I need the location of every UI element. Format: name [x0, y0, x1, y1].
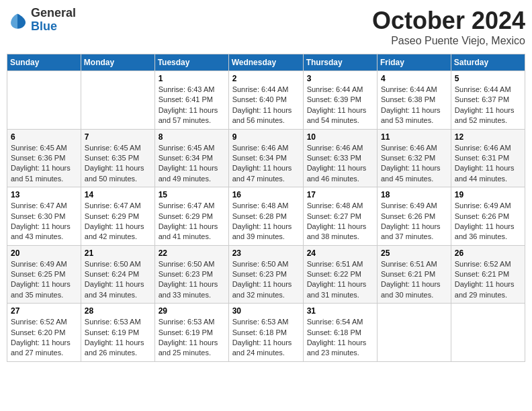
day-info: Sunrise: 6:43 AMSunset: 6:41 PMDaylight:… [159, 85, 225, 126]
day-info: Sunrise: 6:50 AMSunset: 6:23 PMDaylight:… [232, 259, 300, 301]
calendar-cell: 7Sunrise: 6:45 AMSunset: 6:35 PMDaylight… [81, 129, 154, 187]
calendar-table: SundayMondayTuesdayWednesdayThursdayFrid… [7, 54, 525, 362]
calendar-cell [81, 71, 154, 130]
day-number: 1 [159, 74, 225, 83]
logo-general: General [31, 6, 76, 19]
day-info: Sunrise: 6:51 AMSunset: 6:22 PMDaylight:… [307, 259, 373, 301]
day-number: 26 [455, 248, 521, 258]
calendar-cell: 8Sunrise: 6:45 AMSunset: 6:34 PMDaylight… [154, 129, 228, 187]
day-info: Sunrise: 6:52 AMSunset: 6:20 PMDaylight:… [11, 317, 77, 359]
day-number: 13 [11, 190, 77, 199]
logo-icon [7, 9, 28, 31]
calendar-cell: 1Sunrise: 6:43 AMSunset: 6:41 PMDaylight… [154, 71, 228, 130]
day-number: 10 [307, 132, 373, 142]
day-info: Sunrise: 6:45 AMSunset: 6:34 PMDaylight:… [159, 143, 225, 185]
day-number: 17 [307, 190, 373, 199]
day-number: 29 [159, 306, 225, 316]
day-number: 28 [85, 306, 151, 316]
day-info: Sunrise: 6:49 AMSunset: 6:25 PMDaylight:… [11, 259, 77, 301]
day-number: 24 [307, 248, 373, 258]
day-info: Sunrise: 6:47 AMSunset: 6:30 PMDaylight:… [11, 201, 77, 242]
day-number: 14 [85, 190, 151, 199]
calendar-cell: 9Sunrise: 6:46 AMSunset: 6:34 PMDaylight… [228, 129, 303, 187]
day-info: Sunrise: 6:46 AMSunset: 6:33 PMDaylight:… [307, 143, 373, 185]
day-number: 8 [159, 132, 225, 142]
calendar-cell: 27Sunrise: 6:52 AMSunset: 6:20 PMDayligh… [7, 304, 81, 362]
calendar-cell: 12Sunrise: 6:46 AMSunset: 6:31 PMDayligh… [451, 129, 525, 187]
day-number: 20 [11, 248, 77, 258]
day-info: Sunrise: 6:45 AMSunset: 6:35 PMDaylight:… [85, 143, 151, 185]
day-info: Sunrise: 6:54 AMSunset: 6:18 PMDaylight:… [307, 317, 373, 359]
day-number: 18 [381, 190, 447, 199]
day-number: 22 [159, 248, 225, 258]
day-info: Sunrise: 6:48 AMSunset: 6:28 PMDaylight:… [232, 201, 300, 242]
day-number: 6 [11, 132, 77, 142]
weekday-tuesday: Tuesday [154, 54, 228, 71]
day-info: Sunrise: 6:50 AMSunset: 6:24 PMDaylight:… [85, 259, 151, 301]
calendar-cell: 26Sunrise: 6:52 AMSunset: 6:21 PMDayligh… [451, 245, 525, 304]
calendar-cell: 28Sunrise: 6:53 AMSunset: 6:19 PMDayligh… [81, 304, 154, 362]
day-info: Sunrise: 6:47 AMSunset: 6:29 PMDaylight:… [159, 201, 225, 242]
day-info: Sunrise: 6:51 AMSunset: 6:21 PMDaylight:… [381, 259, 447, 301]
day-info: Sunrise: 6:52 AMSunset: 6:21 PMDaylight:… [455, 259, 521, 301]
day-number: 19 [455, 190, 521, 199]
calendar-cell: 3Sunrise: 6:44 AMSunset: 6:39 PMDaylight… [303, 71, 377, 130]
day-number: 30 [232, 306, 300, 316]
page-header: General Blue October 2024 Paseo Puente V… [7, 7, 525, 47]
calendar-cell: 24Sunrise: 6:51 AMSunset: 6:22 PMDayligh… [303, 245, 377, 304]
day-number: 25 [381, 248, 447, 258]
day-info: Sunrise: 6:44 AMSunset: 6:39 PMDaylight:… [307, 85, 373, 126]
weekday-wednesday: Wednesday [228, 54, 303, 71]
day-number: 11 [381, 132, 447, 142]
day-info: Sunrise: 6:44 AMSunset: 6:40 PMDaylight:… [232, 85, 300, 126]
calendar-cell [377, 304, 451, 362]
calendar-cell: 17Sunrise: 6:48 AMSunset: 6:27 PMDayligh… [303, 187, 377, 246]
calendar-cell: 25Sunrise: 6:51 AMSunset: 6:21 PMDayligh… [377, 245, 451, 304]
day-info: Sunrise: 6:47 AMSunset: 6:29 PMDaylight:… [85, 201, 151, 242]
calendar-cell: 19Sunrise: 6:49 AMSunset: 6:26 PMDayligh… [451, 187, 525, 246]
week-row-4: 20Sunrise: 6:49 AMSunset: 6:25 PMDayligh… [7, 245, 525, 304]
calendar-header: SundayMondayTuesdayWednesdayThursdayFrid… [7, 54, 525, 71]
calendar-cell: 11Sunrise: 6:46 AMSunset: 6:32 PMDayligh… [377, 129, 451, 187]
day-number: 9 [232, 132, 300, 142]
calendar-cell: 10Sunrise: 6:46 AMSunset: 6:33 PMDayligh… [303, 129, 377, 187]
logo-blue: Blue [31, 19, 57, 33]
day-number: 27 [11, 306, 77, 316]
weekday-sunday: Sunday [7, 54, 81, 71]
day-number: 16 [232, 190, 300, 199]
day-number: 5 [455, 74, 521, 83]
calendar-cell: 13Sunrise: 6:47 AMSunset: 6:30 PMDayligh… [7, 187, 81, 246]
day-info: Sunrise: 6:50 AMSunset: 6:23 PMDaylight:… [159, 259, 225, 301]
day-number: 3 [307, 74, 373, 83]
calendar-cell [451, 304, 525, 362]
day-info: Sunrise: 6:53 AMSunset: 6:18 PMDaylight:… [232, 317, 300, 359]
logo: General Blue [7, 7, 76, 34]
calendar-cell: 14Sunrise: 6:47 AMSunset: 6:29 PMDayligh… [81, 187, 154, 246]
title-section: October 2024 Paseo Puente Viejo, Mexico [372, 7, 525, 47]
day-number: 4 [381, 74, 447, 83]
week-row-3: 13Sunrise: 6:47 AMSunset: 6:30 PMDayligh… [7, 187, 525, 246]
calendar-cell: 20Sunrise: 6:49 AMSunset: 6:25 PMDayligh… [7, 245, 81, 304]
day-info: Sunrise: 6:46 AMSunset: 6:34 PMDaylight:… [232, 143, 300, 185]
day-info: Sunrise: 6:48 AMSunset: 6:27 PMDaylight:… [307, 201, 373, 242]
day-info: Sunrise: 6:49 AMSunset: 6:26 PMDaylight:… [455, 201, 521, 242]
weekday-header-row: SundayMondayTuesdayWednesdayThursdayFrid… [7, 54, 525, 71]
calendar-cell: 18Sunrise: 6:49 AMSunset: 6:26 PMDayligh… [377, 187, 451, 246]
logo-text: General Blue [31, 7, 76, 34]
week-row-5: 27Sunrise: 6:52 AMSunset: 6:20 PMDayligh… [7, 304, 525, 362]
weekday-thursday: Thursday [303, 54, 377, 71]
calendar-body: 1Sunrise: 6:43 AMSunset: 6:41 PMDaylight… [7, 71, 525, 362]
day-number: 12 [455, 132, 521, 142]
day-info: Sunrise: 6:44 AMSunset: 6:38 PMDaylight:… [381, 85, 447, 126]
calendar-cell: 22Sunrise: 6:50 AMSunset: 6:23 PMDayligh… [154, 245, 228, 304]
day-number: 15 [159, 190, 225, 199]
calendar-cell: 6Sunrise: 6:45 AMSunset: 6:36 PMDaylight… [7, 129, 81, 187]
calendar-cell: 4Sunrise: 6:44 AMSunset: 6:38 PMDaylight… [377, 71, 451, 130]
calendar-cell: 31Sunrise: 6:54 AMSunset: 6:18 PMDayligh… [303, 304, 377, 362]
calendar-cell: 5Sunrise: 6:44 AMSunset: 6:37 PMDaylight… [451, 71, 525, 130]
day-number: 2 [232, 74, 300, 83]
location: Paseo Puente Viejo, Mexico [372, 35, 525, 47]
day-info: Sunrise: 6:45 AMSunset: 6:36 PMDaylight:… [11, 143, 77, 185]
day-info: Sunrise: 6:53 AMSunset: 6:19 PMDaylight:… [85, 317, 151, 359]
day-info: Sunrise: 6:49 AMSunset: 6:26 PMDaylight:… [381, 201, 447, 242]
